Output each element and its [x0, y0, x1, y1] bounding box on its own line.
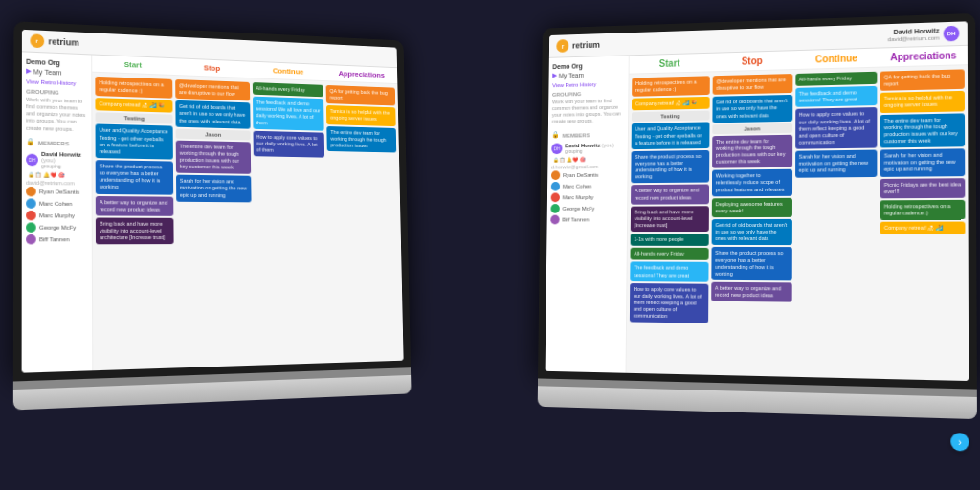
- right-card-stop-5[interactable]: Deploying awesome features every week!: [712, 198, 792, 218]
- right-card-appr-7[interactable]: Company retreat! 🏖 🏄: [880, 222, 966, 235]
- right-card-stop-7[interactable]: Share the product process so everyone ha…: [711, 247, 791, 280]
- right-member-marc: Marc Cohen: [551, 181, 624, 190]
- right-card-stop-2[interactable]: Get rid of old boards that aren't in use…: [712, 95, 792, 122]
- left-icons-row: 🔒 📋 🔔 ❤️ 🎯: [28, 171, 87, 178]
- left-grouping-desc: Work with your team to find common theme…: [26, 97, 87, 133]
- right-card-appr-1[interactable]: QA for getting back the bug report: [880, 69, 965, 91]
- right-card-start-6[interactable]: Bring back and have more visibility into…: [631, 206, 709, 232]
- right-org-name: Demo Org: [552, 61, 625, 70]
- left-avatar-biff: [26, 234, 36, 244]
- right-member-email: d.horwitz@gmail.com: [551, 163, 624, 169]
- left-card-appr-2[interactable]: Tamica is so helpful with the ongoing se…: [326, 105, 395, 125]
- left-card-start-2[interactable]: Company retreat! 🏖 🏄 🎉: [95, 98, 172, 113]
- right-card-appr-4[interactable]: Sarah for her vision and motivation on g…: [880, 148, 966, 176]
- right-card-start-10[interactable]: How to apply core values to our daily wo…: [630, 283, 708, 323]
- right-screen-content: r retrium David Horwitz david@retrium.co…: [546, 21, 969, 381]
- left-main-avatar: DH: [26, 153, 38, 166]
- right-card-start-5[interactable]: A better way to organize and record new …: [631, 185, 709, 204]
- left-col-continue: Continue: [251, 62, 325, 81]
- left-history-link[interactable]: View Retro History: [26, 78, 87, 86]
- right-sidebar: Demo Org ▶ My Team View Retro History Gr…: [546, 56, 630, 372]
- laptop-left: r retrium Demo Org ▶ My Team: [13, 21, 412, 453]
- right-card-stop-8[interactable]: A better way to organize and record new …: [711, 282, 791, 302]
- right-card-start-7[interactable]: 1-1s with more people: [631, 234, 709, 246]
- right-card-appr-6[interactable]: Holding retrospectives on a regular cade…: [880, 200, 966, 220]
- left-col-start: Start: [92, 55, 172, 74]
- left-card-start-1[interactable]: Holding retrospectives on a regular cade…: [95, 77, 172, 99]
- left-card-start-3[interactable]: User and Quality Acceptance Testing - ge…: [96, 124, 173, 160]
- left-avatar-ryan: [26, 187, 36, 197]
- left-member-info: David Horwitz (you) grouping: [41, 151, 87, 169]
- right-screen-bezel: r retrium David Horwitz david@retrium.co…: [538, 13, 977, 390]
- right-continue-col: All-hands every Friday The feedback and …: [794, 72, 878, 375]
- left-app: r retrium Demo Org ▶ My Team: [22, 30, 404, 373]
- right-logo-icon: r: [556, 39, 568, 53]
- left-card-start-5[interactable]: A better way to organize and record new …: [96, 195, 173, 215]
- right-app: r retrium David Horwitz david@retrium.co…: [546, 21, 969, 381]
- left-card-stop-1[interactable]: @developer mentions that are disruptive …: [175, 79, 250, 101]
- right-name-ryan: Ryan DeSantis: [563, 171, 598, 177]
- right-card-cont-4[interactable]: Sarah for her vision and motivation on g…: [795, 150, 878, 178]
- right-member-biff: Biff Tannen: [550, 214, 623, 224]
- left-member-marc2: Marc Murphy: [26, 211, 88, 221]
- left-card-appr-1[interactable]: QA for getting back the bug report: [326, 85, 395, 106]
- left-name-ryan: Ryan DeSantis: [39, 189, 79, 195]
- left-card-appr-3[interactable]: The entire dev team for working through …: [327, 126, 397, 153]
- right-card-start-4[interactable]: Share the product process so everyone ha…: [631, 150, 709, 184]
- right-card-start-3[interactable]: User and Quality Acceptance Testing - ge…: [632, 122, 710, 149]
- right-member-george: George McFy: [550, 203, 623, 212]
- left-team-icon: ▶: [26, 67, 31, 75]
- left-logo-area: r retrium: [30, 33, 78, 50]
- right-card-start-2[interactable]: Company retreat! 🏖 🏄 🎉: [632, 97, 709, 111]
- left-name-marc2: Marc Murphy: [39, 212, 75, 218]
- right-lock-icon: 🔒: [551, 131, 559, 139]
- left-start-col: Holding retrospectives on a regular cade…: [95, 77, 174, 367]
- left-section-jason: Jason: [175, 128, 250, 140]
- left-main-content: Start Stop Continue Appreciations Holdin…: [92, 55, 403, 370]
- right-card-appr-2[interactable]: Tamica is so helpful with the ongoing se…: [880, 91, 965, 112]
- left-logo-text: retrium: [48, 36, 78, 48]
- right-main-member: DH David Horwitz (you) grouping: [551, 142, 624, 154]
- left-card-cont-1[interactable]: All-hands every Friday: [252, 82, 323, 97]
- left-team-name: ▶ My Team: [26, 67, 87, 78]
- left-card-start-4[interactable]: Share the product process so everyone ha…: [96, 160, 173, 194]
- left-member-marc: Marc Cohen: [26, 198, 87, 209]
- left-card-stop-4[interactable]: Sarah for her vision and motivation on g…: [176, 175, 251, 202]
- right-card-start-9[interactable]: The feedback and demo sessions! They are…: [630, 262, 708, 282]
- right-main-content: Start Stop Continue Appreciations Holdin…: [626, 46, 969, 381]
- left-card-start-6[interactable]: Bring back and have more visibility into…: [96, 217, 173, 244]
- left-grouping-label: Grouping: [26, 89, 87, 97]
- left-screen-content: r retrium Demo Org ▶ My Team: [22, 30, 404, 373]
- right-card-stop-1[interactable]: @developer mentions that are disruptive …: [712, 74, 792, 95]
- right-section-jason: Jason: [712, 123, 792, 134]
- right-col-continue: Continue: [793, 49, 880, 70]
- left-card-cont-3[interactable]: How to apply core values to our daily wo…: [253, 130, 324, 157]
- left-name-biff: Biff Tannen: [39, 236, 70, 242]
- left-member-ryan: Ryan DeSantis: [26, 187, 87, 197]
- left-card-stop-3[interactable]: The entire dev team for working through …: [175, 140, 250, 174]
- left-avatar-marc: [26, 198, 36, 208]
- right-history-link[interactable]: View Retro History: [552, 81, 625, 89]
- fab-button[interactable]: ›: [950, 433, 969, 452]
- left-name-marc: Marc Cohen: [39, 200, 73, 206]
- right-card-start-1[interactable]: Holding retrospectives on a regular cade…: [632, 76, 709, 97]
- right-col-appreciations: Appreciations: [880, 46, 968, 67]
- right-card-cont-1[interactable]: All-hands every Friday: [795, 72, 878, 86]
- right-card-cont-3[interactable]: How to apply core values to our daily wo…: [795, 107, 878, 148]
- laptop-right: r retrium David Horwitz david@retrium.co…: [537, 13, 977, 459]
- right-card-appr-3[interactable]: The entire dev team for working through …: [880, 113, 965, 148]
- right-card-stop-4[interactable]: Working together to relentlessly reduce …: [712, 169, 792, 196]
- right-card-start-8[interactable]: All-hands every Friday: [630, 248, 708, 260]
- left-continue-col: All-hands every Friday The feedback and …: [252, 82, 328, 362]
- left-card-cont-2[interactable]: The feedback and demo sessions! We all l…: [253, 97, 324, 131]
- right-card-appr-5[interactable]: Picnic Fridays are the best idea ever!!!: [880, 178, 966, 198]
- left-card-stop-2[interactable]: Get rid of old boards that aren't in use…: [175, 100, 250, 128]
- right-card-stop-3[interactable]: The entire dev team for working through …: [712, 134, 792, 167]
- right-grouping-desc: Work with your team to find common theme…: [552, 98, 625, 125]
- right-card-cont-2[interactable]: The feedback and demo sessions! They are…: [795, 86, 878, 107]
- right-card-stop-6[interactable]: Get rid of old boards that aren't in use…: [711, 219, 791, 246]
- left-avatar-marc2: [26, 211, 36, 220]
- scene: r retrium Demo Org ▶ My Team: [0, 0, 980, 490]
- right-columns-body: Holding retrospectives on a regular cade…: [626, 65, 969, 381]
- right-name-marc2: Marc Murphy: [563, 194, 594, 200]
